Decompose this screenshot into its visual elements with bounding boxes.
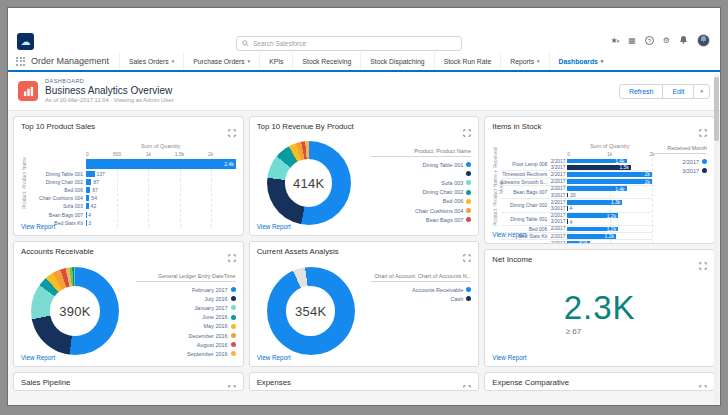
expand-icon[interactable] bbox=[699, 379, 707, 391]
bar-group: Dining Chair 0022/20171.3k3/20174 bbox=[501, 198, 652, 211]
legend-item[interactable]: December 2016 bbox=[136, 331, 236, 340]
view-report-link[interactable]: View Report bbox=[21, 354, 236, 361]
legend-item[interactable]: Chair Cushions 004 bbox=[371, 206, 471, 215]
legend-item[interactable]: Accounts Receivable bbox=[371, 285, 471, 294]
legend-header: Received Month bbox=[655, 145, 707, 154]
group-label: Floor Lamp 008 bbox=[501, 158, 549, 170]
x-tick-label: 2k bbox=[649, 151, 654, 157]
tab-label: Purchase Orders bbox=[193, 58, 244, 65]
refresh-button[interactable]: Refresh bbox=[619, 84, 664, 99]
x-tick-label: 500 bbox=[113, 151, 121, 157]
setup-gear-icon[interactable]: ⚙ bbox=[663, 36, 670, 45]
card-current-assets-analysis: Current Assets Analysis354KChart of Acco… bbox=[249, 241, 480, 367]
chevron-down-icon: ▾ bbox=[172, 58, 175, 64]
expand-icon[interactable] bbox=[699, 123, 707, 141]
donut-center-value: 390K bbox=[31, 267, 119, 355]
group-bars: 2/20171.2k bbox=[549, 233, 652, 239]
legend-dot bbox=[466, 180, 471, 185]
bar-value: 1.5k bbox=[619, 164, 628, 170]
bar-row: 2/2017526 bbox=[549, 240, 652, 244]
tab-reports[interactable]: Reports▾ bbox=[500, 52, 548, 70]
legend-label: January 2017 bbox=[194, 305, 227, 311]
group-bars: 2/20171.4k3/20171.5k bbox=[549, 158, 652, 170]
edit-button[interactable]: Edit bbox=[662, 84, 694, 99]
card-net-income: Net Income2.3K≥ 67View Report bbox=[484, 249, 715, 367]
bar-value: 1.4k bbox=[615, 186, 624, 192]
card-header: Accounts Receivable bbox=[21, 247, 236, 266]
bar-track: 3 bbox=[86, 219, 236, 227]
legend-dot bbox=[231, 287, 236, 292]
donut-chart: 354KChart of Account: Chart of Accounts … bbox=[257, 268, 472, 354]
app-launcher-grid-icon[interactable]: ▦ bbox=[628, 36, 636, 45]
bar-value: 1.2k bbox=[605, 233, 614, 239]
app-launcher-waffle-icon[interactable] bbox=[16, 57, 25, 66]
help-icon[interactable]: ? bbox=[645, 36, 654, 45]
tab-kpis[interactable]: KPIs bbox=[259, 52, 292, 70]
bar-row: 3/20174 bbox=[549, 205, 652, 211]
expand-icon[interactable] bbox=[699, 256, 707, 274]
card-title: Top 10 Product Sales bbox=[21, 122, 95, 131]
month-label: 3/2017 bbox=[549, 193, 567, 198]
expand-icon[interactable] bbox=[463, 123, 471, 141]
legend-item[interactable]: 2/2017 bbox=[655, 157, 707, 166]
legend-item[interactable]: Sofa 003 bbox=[371, 178, 471, 187]
app-name: Order Management bbox=[31, 56, 109, 66]
vertical-scrollbar[interactable] bbox=[714, 74, 719, 403]
legend-header: Product: Product Name bbox=[371, 148, 471, 157]
view-report-link[interactable]: View Report bbox=[492, 354, 707, 361]
legend-dot bbox=[231, 333, 236, 338]
legend-item[interactable]: Cash bbox=[371, 294, 471, 303]
legend-item[interactable]: February 2017 bbox=[136, 285, 236, 294]
tab-stock-dispatching[interactable]: Stock Dispatching bbox=[360, 52, 433, 70]
notifications-bell-icon[interactable] bbox=[679, 35, 688, 46]
bar-track: 67 bbox=[86, 186, 236, 194]
group-bars: 2/20175263/20173 bbox=[549, 240, 652, 244]
bar-track: 87 bbox=[86, 178, 236, 186]
bar-row: Sofa 00342 bbox=[30, 202, 236, 210]
tab-dashboards[interactable]: Dashboards▾ bbox=[549, 52, 613, 70]
expand-icon[interactable] bbox=[228, 379, 236, 391]
card-expenses: Expenses bbox=[249, 372, 480, 391]
tab-purchase-orders[interactable]: Purchase Orders▾ bbox=[183, 52, 259, 70]
scrollbar-thumb[interactable] bbox=[714, 77, 719, 141]
tab-stock-receiving[interactable]: Stock Receiving bbox=[292, 52, 360, 70]
legend-item[interactable]: Bed 006 bbox=[371, 197, 471, 206]
card-header: Sales Pipeline bbox=[21, 378, 236, 391]
legend-item[interactable]: June 2016 bbox=[136, 313, 236, 322]
legend-dot bbox=[231, 296, 236, 301]
legend-item[interactable] bbox=[371, 169, 471, 178]
user-avatar[interactable] bbox=[697, 34, 710, 47]
bar-row: 2/20172k bbox=[549, 179, 652, 185]
tab-stock-run-rate[interactable]: Stock Run Rate bbox=[434, 52, 501, 70]
legend-item[interactable]: Dining Chair 002 bbox=[371, 188, 471, 197]
dashboard-subtitle: As of 20-Mar-2017 11:04 · Viewing as Adm… bbox=[45, 97, 173, 104]
search-input[interactable] bbox=[253, 40, 456, 47]
legend-item[interactable]: August 2016 bbox=[136, 340, 236, 349]
tab-label: Sales Orders bbox=[129, 58, 169, 65]
legend-label: February 2017 bbox=[192, 287, 228, 293]
expand-icon[interactable] bbox=[228, 123, 236, 141]
bar-group: Timewood Recliners2/20172k bbox=[501, 170, 652, 177]
x-axis-ticks: 01k2k bbox=[567, 151, 652, 158]
view-report-link[interactable]: View Report bbox=[257, 354, 472, 361]
more-actions-button[interactable]: ▾ bbox=[693, 84, 710, 99]
favorites-star-icon[interactable]: ★▾ bbox=[611, 36, 620, 45]
legend-item[interactable]: January 2017 bbox=[136, 303, 236, 312]
month-label: 2/2017 bbox=[549, 200, 567, 205]
expand-icon[interactable] bbox=[228, 248, 236, 266]
legend-dot bbox=[231, 315, 236, 320]
tab-sales-orders[interactable]: Sales Orders▾ bbox=[119, 52, 183, 70]
legend-item[interactable]: July 2016 bbox=[136, 294, 236, 303]
tab-label: Reports bbox=[510, 58, 534, 65]
legend-dot bbox=[702, 168, 707, 173]
expand-icon[interactable] bbox=[463, 379, 471, 391]
x-tick-label: 0 bbox=[86, 151, 89, 157]
legend-item[interactable]: Dining Table 001 bbox=[371, 160, 471, 169]
legend-item[interactable]: 3/2017 bbox=[655, 166, 707, 175]
legend-item[interactable]: May 2016 bbox=[136, 322, 236, 331]
month-label: 3/2017 bbox=[549, 206, 567, 211]
card-title: Items in Stock bbox=[492, 122, 541, 131]
card-header: Expense Comparative bbox=[492, 378, 707, 391]
expand-icon[interactable] bbox=[463, 248, 471, 266]
bar-row: 2/20171.2k bbox=[549, 233, 652, 239]
